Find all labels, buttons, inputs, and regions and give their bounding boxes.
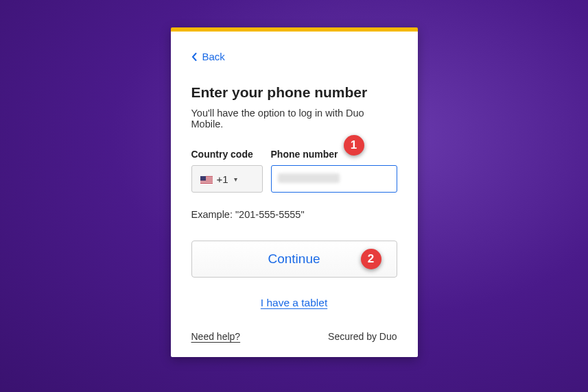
page-title: Enter your phone number: [191, 84, 397, 101]
chevron-left-icon: [191, 53, 197, 61]
continue-button[interactable]: Continue 2: [191, 241, 397, 278]
country-code-value: +1: [217, 173, 228, 185]
fields-row: Country code +1 ▾: [191, 149, 397, 193]
enrollment-card: Back Enter your phone number You'll have…: [171, 27, 418, 357]
svg-rect-7: [200, 176, 206, 181]
back-link[interactable]: Back: [191, 51, 225, 62]
example-text: Example: "201-555-5555": [191, 209, 397, 220]
back-label: Back: [202, 51, 225, 62]
callout-badge-2: 2: [361, 249, 381, 269]
help-link[interactable]: Need help?: [191, 331, 241, 342]
page-subtitle: You'll have the option to log in with Du…: [191, 108, 397, 130]
country-code-group: Country code +1 ▾: [191, 149, 263, 193]
callout-badge-1: 1: [344, 135, 364, 156]
tablet-link[interactable]: I have a tablet: [191, 297, 397, 309]
continue-label: Continue: [268, 252, 320, 266]
country-code-select[interactable]: +1 ▾: [191, 165, 263, 193]
footer-row: Need help? Secured by Duo: [191, 331, 397, 342]
svg-rect-5: [200, 182, 213, 183]
us-flag-icon: [200, 175, 213, 183]
svg-rect-4: [200, 181, 213, 182]
svg-rect-6: [200, 184, 213, 184]
country-code-label: Country code: [191, 149, 263, 160]
secured-by-text: Secured by Duo: [328, 331, 397, 342]
caret-down-icon: ▾: [234, 175, 237, 183]
phone-number-group: 1 Phone number: [271, 149, 397, 193]
phone-blur-redaction: [278, 173, 340, 183]
phone-number-label: Phone number: [271, 149, 397, 160]
